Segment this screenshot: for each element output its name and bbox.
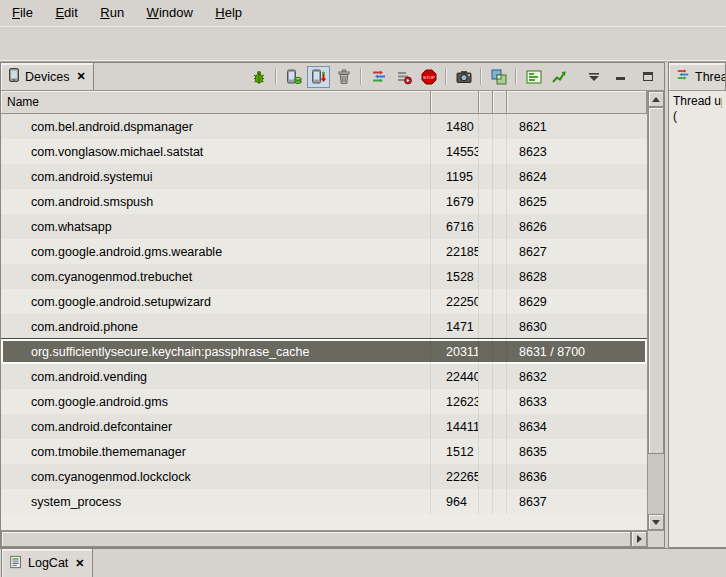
toolbar-separator	[275, 68, 277, 85]
table-row[interactable]: com.android.systemui 1195 8624	[1, 164, 647, 189]
empty-cell	[479, 114, 493, 139]
threads-message: Thread up (	[669, 91, 726, 547]
tab-logcat[interactable]: LogCat ✕	[1, 549, 93, 577]
port-cell: 8632	[507, 364, 647, 389]
vertical-scrollbar-thumb[interactable]	[648, 107, 664, 454]
empty-cell	[493, 139, 507, 164]
column-header-port[interactable]	[507, 91, 647, 114]
port-cell: 8636	[507, 464, 647, 489]
table-row[interactable]: com.tmobile.thememanager 1512 8635	[1, 439, 647, 464]
pid-cell: 22250	[431, 289, 479, 314]
column-header-c4[interactable]	[493, 91, 507, 114]
process-name-cell: com.vonglasow.michael.satstat	[1, 139, 431, 164]
column-header-name[interactable]: Name	[1, 91, 431, 114]
empty-cell	[493, 439, 507, 464]
process-name-cell: com.google.android.setupwizard	[1, 289, 431, 314]
screen-capture-button[interactable]	[452, 66, 475, 88]
vertical-scrollbar-track[interactable]	[648, 454, 664, 514]
pid-cell: 1471	[431, 314, 479, 339]
process-name-cell: com.android.vending	[1, 364, 431, 389]
update-threads-button[interactable]	[367, 66, 390, 88]
column-header-c3[interactable]	[479, 91, 493, 114]
table-row[interactable]: org.sufficientlysecure.keychain:passphra…	[1, 339, 647, 364]
empty-cell	[493, 214, 507, 239]
table-row[interactable]: com.android.vending 22440 8632	[1, 364, 647, 389]
dump-hprof-button[interactable]	[307, 66, 330, 88]
table-row[interactable]: com.android.smspush 1679 8625	[1, 189, 647, 214]
minimize-icon[interactable]	[609, 66, 632, 88]
menu-file[interactable]: File	[3, 0, 42, 26]
horizontal-scrollbar-thumb[interactable]	[1, 531, 631, 547]
pid-cell: 1679	[431, 189, 479, 214]
port-cell: 8624	[507, 164, 647, 189]
dump-view-hierarchy-button[interactable]	[487, 66, 510, 88]
pid-cell: 22440	[431, 364, 479, 389]
pid-cell: 1528	[431, 264, 479, 289]
process-name-cell: com.android.smspush	[1, 189, 431, 214]
threads-icon	[676, 68, 690, 85]
close-icon[interactable]: ✕	[74, 70, 85, 83]
table-row[interactable]: com.cyanogenmod.trebuchet 1528 8628	[1, 264, 647, 289]
scroll-up-icon[interactable]	[648, 91, 664, 107]
pid-cell: 14411	[431, 414, 479, 439]
menu-window[interactable]: Window	[138, 0, 202, 26]
column-header-pid[interactable]	[431, 91, 479, 114]
debug-process-button[interactable]	[247, 66, 270, 88]
port-cell: 8634	[507, 414, 647, 439]
menu-run[interactable]: Run	[91, 0, 133, 26]
stop-process-button[interactable]: STOP	[417, 66, 440, 88]
table-column-header: Name	[1, 91, 647, 114]
empty-cell	[479, 314, 493, 339]
table-row[interactable]: com.whatsapp 6716 8626	[1, 214, 647, 239]
empty-cell	[479, 339, 493, 364]
menu-edit[interactable]: Edit	[46, 0, 86, 26]
toolbar-separator	[445, 68, 447, 85]
process-name-cell: com.whatsapp	[1, 214, 431, 239]
port-cell: 8621	[507, 114, 647, 139]
port-cell: 8635	[507, 439, 647, 464]
menu-bar: File Edit Run Window Help	[0, 0, 726, 26]
scroll-right-icon[interactable]	[631, 531, 647, 547]
update-heap-button[interactable]	[282, 66, 305, 88]
close-icon[interactable]: ✕	[73, 557, 84, 570]
pid-cell: 1480	[431, 114, 479, 139]
vertical-scrollbar[interactable]	[647, 91, 664, 530]
horizontal-scrollbar[interactable]	[1, 530, 647, 547]
empty-cell	[479, 489, 493, 514]
threads-view-header: Threads	[669, 63, 726, 91]
process-name-cell: system_process	[1, 489, 431, 514]
table-row[interactable]: com.android.defcontainer 14411 8634	[1, 414, 647, 439]
scroll-down-icon[interactable]	[648, 514, 664, 530]
process-name-cell: com.android.defcontainer	[1, 414, 431, 439]
table-row[interactable]: com.google.android.gms.wearable 22185 86…	[1, 239, 647, 264]
view-menu-icon[interactable]	[582, 66, 605, 88]
table-row[interactable]: com.vonglasow.michael.satstat 14553 8623	[1, 139, 647, 164]
pid-cell: 1512	[431, 439, 479, 464]
empty-cell	[479, 164, 493, 189]
empty-cell	[493, 289, 507, 314]
cause-gc-button[interactable]	[332, 66, 355, 88]
process-name-cell: com.android.systemui	[1, 164, 431, 189]
empty-cell	[479, 189, 493, 214]
table-row[interactable]: system_process 964 8637	[1, 489, 647, 514]
table-row[interactable]: com.google.android.gms 12623 8633	[1, 389, 647, 414]
process-name-cell: com.google.android.gms.wearable	[1, 239, 431, 264]
opengl-trace-button[interactable]	[547, 66, 570, 88]
table-row[interactable]: com.cyanogenmod.lockclock 22265 8636	[1, 464, 647, 489]
toolbar-separator	[480, 68, 482, 85]
tab-threads[interactable]: Threads	[669, 63, 726, 90]
tab-devices[interactable]: Devices ✕	[1, 63, 94, 90]
port-cell: 8629	[507, 289, 647, 314]
start-method-profiling-button[interactable]	[392, 66, 415, 88]
systrace-button[interactable]	[522, 66, 545, 88]
process-name-cell: com.cyanogenmod.trebuchet	[1, 264, 431, 289]
table-row[interactable]: com.android.phone 1471 8630	[1, 314, 647, 339]
table-row[interactable]: com.bel.android.dspmanager 1480 8621	[1, 114, 647, 139]
empty-cell	[493, 489, 507, 514]
devices-view: Devices ✕	[0, 62, 665, 548]
maximize-icon[interactable]	[636, 66, 659, 88]
table-row[interactable]: com.google.android.setupwizard 22250 862…	[1, 289, 647, 314]
main-toolbar	[0, 26, 726, 62]
pid-cell: 6716	[431, 214, 479, 239]
menu-help[interactable]: Help	[206, 0, 251, 26]
